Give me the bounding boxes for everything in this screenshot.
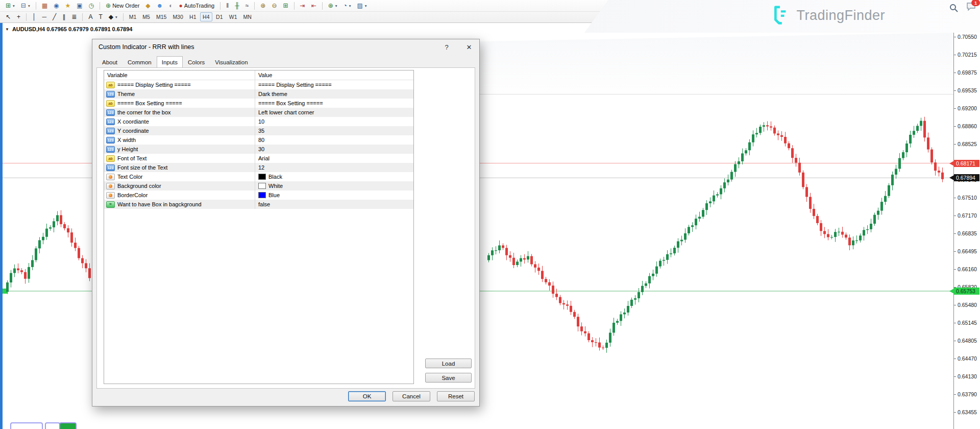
periods-button[interactable]: ◔▾ bbox=[340, 1, 353, 10]
param-row[interactable]: ab===== Display Setting ========== Displ… bbox=[104, 80, 413, 89]
param-type-color-icon bbox=[106, 174, 115, 180]
tab-common[interactable]: Common bbox=[122, 57, 157, 67]
fibonacci-button[interactable]: ≣ bbox=[69, 12, 79, 21]
param-row[interactable]: 123y Height30 bbox=[104, 145, 413, 154]
param-value-cell[interactable]: ===== Display Setting ===== bbox=[255, 80, 413, 89]
bar-chart-button[interactable]: ‖ bbox=[224, 1, 231, 10]
timeframe-h1[interactable]: H1 bbox=[187, 12, 199, 21]
candlestick-chart-button[interactable]: ╫ bbox=[232, 1, 242, 10]
dialog-titlebar[interactable]: Custom Indicator - RRR with lines bbox=[92, 39, 479, 55]
param-type-string-icon: ab bbox=[106, 82, 115, 88]
param-value-cell[interactable]: Arial bbox=[255, 154, 413, 163]
tab-inputs[interactable]: Inputs bbox=[157, 56, 183, 67]
horizontal-line-button[interactable]: ─ bbox=[40, 12, 50, 21]
param-value: White bbox=[268, 183, 283, 189]
collapse-arrow-icon[interactable]: ▼ bbox=[5, 27, 9, 32]
indicators-button[interactable]: ⊕▾ bbox=[326, 1, 340, 10]
timeframe-d1[interactable]: D1 bbox=[213, 12, 226, 21]
autotrading-button[interactable]: ●AutoTrading bbox=[176, 1, 217, 10]
vertical-line-button[interactable]: │ bbox=[30, 12, 39, 21]
strategy-tester-button[interactable]: ◷ bbox=[86, 1, 96, 10]
param-value-cell[interactable]: 80 bbox=[255, 135, 413, 145]
trendline-button[interactable]: ╱ bbox=[50, 12, 59, 21]
new-order-button[interactable]: ⊕New Order bbox=[103, 1, 142, 10]
new-chart-button[interactable]: ⊞▾ bbox=[3, 1, 17, 10]
tab-colors[interactable]: Colors bbox=[183, 57, 210, 67]
data-window-button[interactable]: ◉ bbox=[51, 1, 61, 10]
param-row[interactable]: 123Font size of the Text12 bbox=[104, 163, 413, 172]
param-row[interactable]: abFont of TextArial bbox=[104, 154, 413, 163]
zoom-out-button[interactable]: ⊖ bbox=[269, 1, 279, 10]
price-axis[interactable]: 0.705500.702150.698750.695350.692000.688… bbox=[953, 22, 980, 429]
param-row[interactable]: ≈Want to have Box in bagckgroundfalse bbox=[104, 200, 413, 209]
close-icon[interactable]: ✕ bbox=[465, 43, 473, 51]
timeframe-mn[interactable]: MN bbox=[241, 12, 254, 21]
navigator-button[interactable]: ★ bbox=[62, 1, 73, 10]
param-value-cell[interactable]: false bbox=[255, 200, 413, 209]
zoom-in-button[interactable]: ⊕ bbox=[258, 1, 268, 10]
param-value-cell[interactable]: Blue bbox=[255, 190, 413, 200]
price-marker-arrow bbox=[949, 289, 954, 294]
tile-windows-button[interactable]: ⊞ bbox=[280, 1, 290, 10]
param-value-cell[interactable]: ===== Box Setting ===== bbox=[255, 99, 413, 108]
load-button[interactable]: Load bbox=[425, 359, 472, 368]
timeframe-m5[interactable]: M5 bbox=[140, 12, 153, 21]
tab-visualization[interactable]: Visualization bbox=[210, 57, 253, 67]
reset-button[interactable]: Reset bbox=[437, 391, 475, 401]
param-row[interactable]: Text ColorBlack bbox=[104, 172, 413, 181]
symbol-ohlc-line[interactable]: ▼ AUDUSD,H4 0.67965 0.67979 0.67891 0.67… bbox=[5, 26, 132, 32]
param-row[interactable]: ab===== Box Setting ========== Box Setti… bbox=[104, 99, 413, 108]
community-button[interactable]: ☻ bbox=[154, 1, 166, 10]
param-row[interactable]: 123X width80 bbox=[104, 135, 413, 145]
param-value-cell[interactable]: Dark theme bbox=[255, 89, 413, 99]
timeframe-m1[interactable]: M1 bbox=[127, 12, 139, 21]
timeframe-h4[interactable]: H4 bbox=[200, 12, 212, 21]
param-value-cell[interactable]: White bbox=[255, 181, 413, 190]
text-button[interactable]: A bbox=[86, 12, 95, 21]
param-value-cell[interactable]: 12 bbox=[255, 163, 413, 172]
templates-button[interactable]: ▨▾ bbox=[354, 1, 369, 10]
param-row[interactable]: Background colorWhite bbox=[104, 181, 413, 190]
timeframe-m30[interactable]: M30 bbox=[170, 12, 185, 21]
param-value-cell[interactable]: 35 bbox=[255, 126, 413, 135]
arrows-button[interactable]: ◆▾ bbox=[106, 12, 120, 21]
param-type-number-icon: 123 bbox=[106, 109, 115, 116]
search-icon[interactable] bbox=[949, 4, 958, 12]
text-label-button[interactable]: T bbox=[96, 12, 105, 21]
cursor-button[interactable]: ↖ bbox=[3, 12, 13, 21]
param-value-cell[interactable]: Left lower chart corner bbox=[255, 108, 413, 117]
mql5-web-button[interactable]: ◐ bbox=[166, 1, 175, 10]
tab-about[interactable]: About bbox=[97, 57, 122, 67]
param-value-cell[interactable]: 10 bbox=[255, 117, 413, 126]
save-button[interactable]: Save bbox=[425, 373, 472, 383]
param-row[interactable]: 123X coordiante10 bbox=[104, 117, 413, 126]
param-name-cell: Background color bbox=[104, 181, 255, 190]
param-value-cell[interactable]: Black bbox=[255, 172, 413, 181]
market-watch-button[interactable]: ▦ bbox=[39, 1, 50, 10]
equidistant-channel-button[interactable]: ∥ bbox=[60, 12, 68, 21]
timeframe-w1[interactable]: W1 bbox=[227, 12, 240, 21]
chat-icon[interactable]: 1 bbox=[966, 3, 976, 13]
param-row[interactable]: 123Y coordinate35 bbox=[104, 126, 413, 135]
axis-label: 0.65480 bbox=[958, 302, 977, 308]
ok-button[interactable]: OK bbox=[348, 391, 386, 401]
param-row[interactable]: BorderColorBlue bbox=[104, 190, 413, 200]
param-row[interactable]: 123ThemeDark theme bbox=[104, 89, 413, 99]
terminal-button[interactable]: ▣ bbox=[74, 1, 85, 10]
auto-scroll-button[interactable]: ⇥ bbox=[298, 1, 308, 10]
chart-shift-button[interactable]: ⇤ bbox=[309, 1, 319, 10]
param-name: Want to have Box in bagckground bbox=[117, 201, 202, 207]
bar-chart-icon: ‖ bbox=[226, 3, 229, 9]
axis-label: 0.69535 bbox=[958, 87, 977, 94]
cancel-button[interactable]: Cancel bbox=[393, 391, 430, 401]
profiles-button[interactable]: ⊟▾ bbox=[18, 1, 33, 10]
candlestick-chart-icon: ╫ bbox=[235, 3, 239, 9]
metaeditor-button[interactable]: ◆ bbox=[143, 1, 153, 10]
toolbar-separator bbox=[220, 2, 220, 10]
help-button[interactable]: ? bbox=[443, 43, 451, 51]
param-value-cell[interactable]: 30 bbox=[255, 145, 413, 154]
line-chart-button[interactable]: ≈ bbox=[243, 1, 252, 10]
timeframe-m15[interactable]: M15 bbox=[154, 12, 169, 21]
crosshair-button[interactable]: + bbox=[14, 12, 23, 21]
param-row[interactable]: 123the corner for the boxLeft lower char… bbox=[104, 108, 413, 117]
